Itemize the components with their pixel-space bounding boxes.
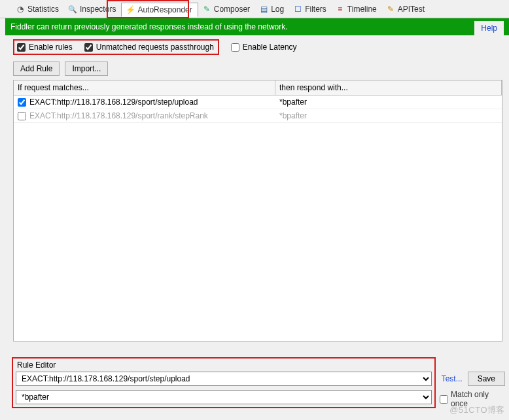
row-respond-text: *bpafter [279,97,307,107]
rule-editor-actions: Test... Save Match only once [440,372,505,408]
tab-label: AutoResponder [137,5,192,14]
rule-match-combo[interactable]: EXACT:http://118.178.168.129/sport/step/… [16,372,432,386]
tab-log[interactable]: Log [255,3,289,16]
help-link[interactable]: Help [474,21,504,35]
tab-apitest[interactable]: APITest [382,3,430,16]
tab-composer[interactable]: Composer [198,3,255,16]
tab-label: Statistics [27,5,59,14]
inspectors-icon [68,5,77,14]
test-link[interactable]: Test... [442,374,463,383]
rule-respond-combo[interactable]: *bpafter [16,390,432,404]
table-row[interactable]: EXACT:http://118.178.168.129/sport/step/… [14,96,502,109]
tab-strip: Statistics Inspectors AutoResponder Comp… [0,0,509,18]
log-icon [259,5,268,14]
filters-icon [293,5,302,14]
row-respond-text: *bpafter [279,111,307,120]
enable-latency-input[interactable] [231,43,239,52]
rules-grid: If request matches... then respond with.… [13,80,502,341]
bolt-icon [126,5,135,14]
match-only-once-checkbox[interactable]: Match only once [440,390,505,408]
row-match-text: EXACT:http://118.178.168.129/sport/step/… [29,97,198,107]
save-button[interactable]: Save [468,372,505,386]
tab-label: Composer [214,5,250,14]
grid-body: EXACT:http://118.178.168.129/sport/step/… [14,96,502,341]
tab-filters[interactable]: Filters [289,3,332,16]
timeline-icon [336,5,345,14]
grid-header: If request matches... then respond with.… [14,80,502,96]
button-row: Add Rule Import... [0,59,509,80]
enable-rules-label: Enable rules [29,43,73,52]
unmatched-passthrough-checkbox[interactable]: Unmatched requests passthrough [84,43,214,52]
unmatched-passthrough-input[interactable] [84,43,93,52]
tab-timeline[interactable]: Timeline [332,3,382,16]
rule-editor-title: Rule Editor [16,360,432,372]
table-row[interactable]: EXACT:http://118.178.168.129/sport/rank/… [14,109,502,123]
tab-autoresponder[interactable]: AutoResponder [121,3,198,17]
tab-statistics[interactable]: Statistics [12,3,64,16]
row-match-text: EXACT:http://118.178.168.129/sport/rank/… [29,111,208,120]
tab-label: Filters [305,5,326,14]
enable-latency-checkbox[interactable]: Enable Latency [231,43,297,52]
banner-text: Fiddler can return previously generated … [10,22,288,31]
col-if-header[interactable]: If request matches... [14,80,275,95]
enable-latency-label: Enable Latency [243,43,297,52]
tab-label: APITest [398,5,425,14]
tab-inspectors[interactable]: Inspectors [64,3,121,16]
stats-icon [16,5,25,14]
apitest-icon [386,5,395,14]
rule-editor: Rule Editor EXACT:http://118.178.168.129… [12,357,436,408]
tab-label: Inspectors [80,5,116,14]
import-button[interactable]: Import... [65,61,108,76]
composer-icon [202,5,211,14]
match-only-once-input[interactable] [440,395,448,404]
tab-label: Log [271,5,284,14]
row-enabled-checkbox[interactable] [18,98,26,107]
match-only-once-label: Match only once [451,390,505,408]
enable-rules-input[interactable] [17,43,26,52]
row-enabled-checkbox[interactable] [18,112,26,120]
info-banner: Fiddler can return previously generated … [0,18,509,35]
options-row: Enable rules Unmatched requests passthro… [0,35,509,59]
tab-label: Timeline [347,5,377,14]
col-then-header[interactable]: then respond with... [275,80,502,95]
unmatched-passthrough-label: Unmatched requests passthrough [96,43,214,52]
add-rule-button[interactable]: Add Rule [13,61,60,76]
enable-rules-checkbox[interactable]: Enable rules [17,43,73,52]
